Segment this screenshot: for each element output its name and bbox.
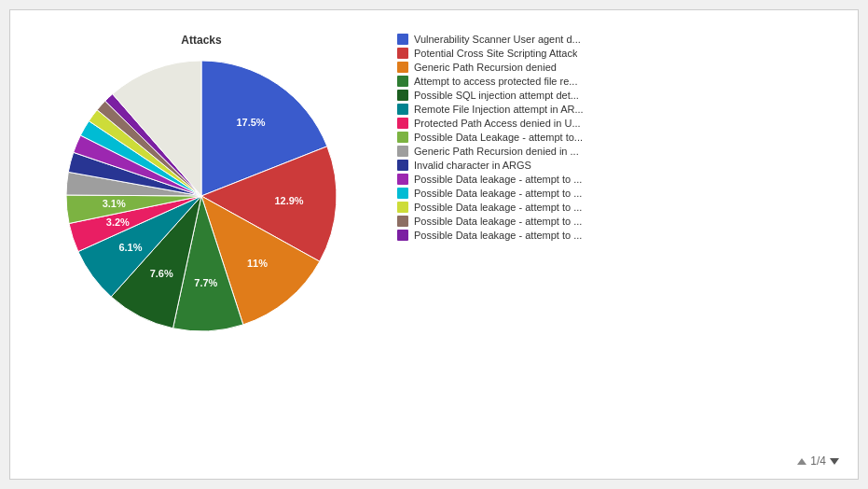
legend-item: Possible Data leakage - attempt to ... (397, 216, 844, 227)
legend-color-swatch (397, 118, 408, 129)
legend-item: Attempt to access protected file re... (397, 76, 844, 87)
pie-container: Attacks (24, 34, 379, 341)
legend-color-swatch (397, 90, 408, 101)
legend-color-swatch (397, 174, 408, 185)
legend-color-swatch (397, 34, 408, 45)
legend-item-label: Remote File Injection attempt in AR... (414, 104, 584, 115)
legend-color-swatch (397, 132, 408, 143)
legend: Vulnerability Scanner User agent d... Po… (397, 34, 844, 244)
legend-color-swatch (397, 188, 408, 199)
legend-color-swatch (397, 160, 408, 171)
legend-item: Vulnerability Scanner User agent d... (397, 34, 844, 45)
prev-page-button[interactable] (797, 458, 806, 465)
main-container: Attacks Vulnerability Scanner User agent… (9, 9, 859, 480)
legend-item: Potential Cross Site Scripting Attack (397, 48, 844, 59)
next-page-button[interactable] (830, 458, 839, 465)
legend-item-label: Possible Data leakage - attempt to ... (414, 230, 582, 241)
legend-item-label: Attempt to access protected file re... (414, 76, 577, 87)
legend-item: Possible Data leakage - attempt to ... (397, 230, 844, 241)
legend-item: Invalid character in ARGS (397, 160, 844, 171)
legend-item-label: Protected Path Access denied in U... (414, 118, 581, 129)
legend-item: Possible Data leakage - attempt to ... (397, 174, 844, 185)
legend-item: Generic Path Recursion denied (397, 62, 844, 73)
legend-item-label: Invalid character in ARGS (414, 160, 531, 171)
legend-item-label: Possible Data leakage - attempt to ... (414, 202, 582, 213)
legend-item-label: Generic Path Recursion denied (414, 62, 557, 73)
legend-color-swatch (397, 146, 408, 157)
legend-item: Remote File Injection attempt in AR... (397, 104, 844, 115)
legend-item-label: Possible Data Leakage - attempt to... (414, 132, 583, 143)
legend-color-swatch (397, 230, 408, 241)
legend-item: Possible SQL injection attempt det... (397, 90, 844, 101)
legend-color-swatch (397, 104, 408, 115)
legend-item-label: Potential Cross Site Scripting Attack (414, 48, 577, 59)
legend-item-label: Vulnerability Scanner User agent d... (414, 34, 581, 45)
legend-item-label: Possible Data leakage - attempt to ... (414, 174, 582, 185)
legend-color-swatch (397, 76, 408, 87)
legend-color-swatch (397, 216, 408, 227)
legend-item-label: Possible Data leakage - attempt to ... (414, 216, 582, 227)
legend-item: Protected Path Access denied in U... (397, 118, 844, 129)
legend-color-swatch (397, 62, 408, 73)
legend-item: Possible Data leakage - attempt to ... (397, 188, 844, 199)
pagination-text: 1/4 (810, 454, 826, 468)
legend-color-swatch (397, 48, 408, 59)
legend-item-label: Possible Data leakage - attempt to ... (414, 188, 582, 199)
legend-item-label: Generic Path Recursion denied in ... (414, 146, 579, 157)
legend-item: Possible Data Leakage - attempt to... (397, 132, 844, 143)
legend-color-swatch (397, 202, 408, 213)
legend-item: Possible Data leakage - attempt to ... (397, 202, 844, 213)
chart-label: Attacks (24, 34, 379, 47)
pie-chart (57, 51, 346, 341)
legend-item-label: Possible SQL injection attempt det... (414, 90, 579, 101)
legend-item: Generic Path Recursion denied in ... (397, 146, 844, 157)
chart-area: Attacks Vulnerability Scanner User agent… (24, 34, 844, 341)
pagination: 1/4 (797, 454, 839, 468)
